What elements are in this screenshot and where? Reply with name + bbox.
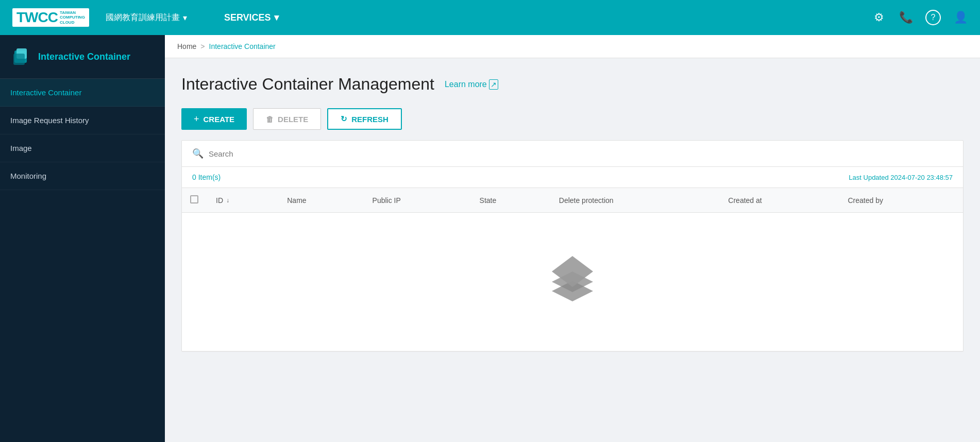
create-button[interactable]: + CREATE	[181, 108, 247, 130]
services-menu[interactable]: SERVICES ▾	[224, 12, 279, 23]
breadcrumb-separator: >	[200, 42, 205, 50]
checkbox-header	[182, 188, 208, 213]
sidebar-item-label-3: Monitoring	[10, 172, 46, 180]
search-icon: 🔍	[192, 148, 204, 159]
svg-rect-2	[13, 54, 25, 65]
data-table: ID ↓ Name Public IP State Delete protect…	[182, 188, 963, 351]
logo-subtitle-line2: COMPUTING	[60, 15, 85, 20]
sidebar-item-image-request-history[interactable]: Image Request History	[0, 107, 165, 134]
user-icon[interactable]: 👤	[953, 10, 968, 25]
table-header: ID ↓ Name Public IP State Delete protect…	[182, 188, 963, 213]
empty-state	[190, 220, 955, 344]
last-updated: Last Updated 2024-07-20 23:48:57	[849, 174, 953, 181]
breadcrumb: Home > Interactive Container	[165, 35, 980, 58]
sidebar-item-label-1: Image Request History	[10, 116, 89, 125]
refresh-button[interactable]: ↻ REFRESH	[327, 108, 402, 130]
col-created-at-header: Created at	[720, 188, 839, 213]
logo-text: TWCC	[16, 10, 58, 25]
services-label: SERVICES	[224, 12, 271, 23]
col-id-label: ID	[216, 196, 223, 205]
main-content: Home > Interactive Container Interactive…	[165, 35, 980, 442]
col-state-header: State	[471, 188, 551, 213]
project-label: 國網教育訓練用計畫	[106, 12, 180, 23]
table-body	[182, 213, 963, 351]
create-plus-icon: +	[194, 114, 199, 125]
search-input[interactable]	[209, 149, 953, 158]
delete-trash-icon: 🗑	[266, 115, 274, 124]
sidebar-item-label-0: Interactive Container	[10, 88, 81, 97]
delete-label: DELETE	[278, 115, 308, 124]
search-row: 🔍	[182, 141, 963, 167]
top-navigation: TWCC TAIWAN COMPUTING CLOUD 國網教育訓練用計畫 ▾ …	[0, 0, 980, 35]
sidebar-title: Interactive Container	[38, 52, 130, 62]
sidebar-item-label-2: Image	[10, 144, 32, 152]
col-public-ip-header: Public IP	[364, 188, 471, 213]
sidebar-item-interactive-container[interactable]: Interactive Container	[0, 79, 165, 107]
nav-icons: ⚙ 📞 ? 👤	[872, 10, 968, 25]
sort-icon: ↓	[226, 197, 229, 204]
sidebar-container-icon	[10, 46, 31, 67]
logo-box: TWCC TAIWAN COMPUTING CLOUD	[12, 8, 89, 27]
col-name-header: Name	[279, 188, 364, 213]
delete-button[interactable]: 🗑 DELETE	[253, 108, 321, 130]
select-all-checkbox[interactable]	[190, 195, 198, 203]
settings-icon[interactable]: ⚙	[872, 10, 886, 25]
sidebar-item-monitoring[interactable]: Monitoring	[0, 162, 165, 190]
refresh-label: REFRESH	[351, 115, 388, 124]
content-area: Interactive Container Management Learn m…	[165, 58, 980, 368]
logo-subtitle-line1: TAIWAN	[60, 10, 85, 15]
col-delete-protection-header: Delete protection	[551, 188, 720, 213]
learn-more-link[interactable]: Learn more ↗	[445, 79, 498, 90]
main-layout: Interactive Container Interactive Contai…	[0, 35, 980, 442]
empty-state-cell	[182, 213, 963, 351]
sidebar: Interactive Container Interactive Contai…	[0, 35, 165, 442]
project-dropdown-icon: ▾	[183, 13, 187, 23]
empty-state-icon	[542, 251, 603, 302]
col-id-header[interactable]: ID ↓	[208, 188, 279, 213]
logo-subtitle-line3: CLOUD	[60, 20, 85, 25]
learn-more-label: Learn more	[445, 80, 487, 89]
table-meta: 0 Item(s) Last Updated 2024-07-20 23:48:…	[182, 167, 963, 188]
refresh-icon: ↻	[341, 114, 347, 124]
external-link-icon: ↗	[489, 79, 498, 90]
phone-icon[interactable]: 📞	[899, 10, 913, 25]
toolbar: + CREATE 🗑 DELETE ↻ REFRESH	[181, 108, 964, 130]
create-label: CREATE	[204, 115, 235, 124]
item-count: 0 Item(s)	[192, 173, 221, 181]
breadcrumb-current: Interactive Container	[209, 42, 276, 50]
page-title-row: Interactive Container Management Learn m…	[181, 75, 964, 94]
services-dropdown-icon: ▾	[274, 12, 279, 23]
breadcrumb-home[interactable]: Home	[177, 42, 196, 50]
logo-area: TWCC TAIWAN COMPUTING CLOUD	[12, 8, 89, 27]
empty-state-row	[182, 213, 963, 351]
page-title: Interactive Container Management	[181, 75, 434, 94]
help-icon[interactable]: ?	[925, 10, 941, 25]
project-selector[interactable]: 國網教育訓練用計畫 ▾	[106, 12, 187, 23]
col-created-by-header: Created by	[839, 188, 963, 213]
sidebar-item-image[interactable]: Image	[0, 134, 165, 162]
table-container: 🔍 0 Item(s) Last Updated 2024-07-20 23:4…	[181, 140, 964, 352]
sidebar-header: Interactive Container	[0, 35, 165, 79]
